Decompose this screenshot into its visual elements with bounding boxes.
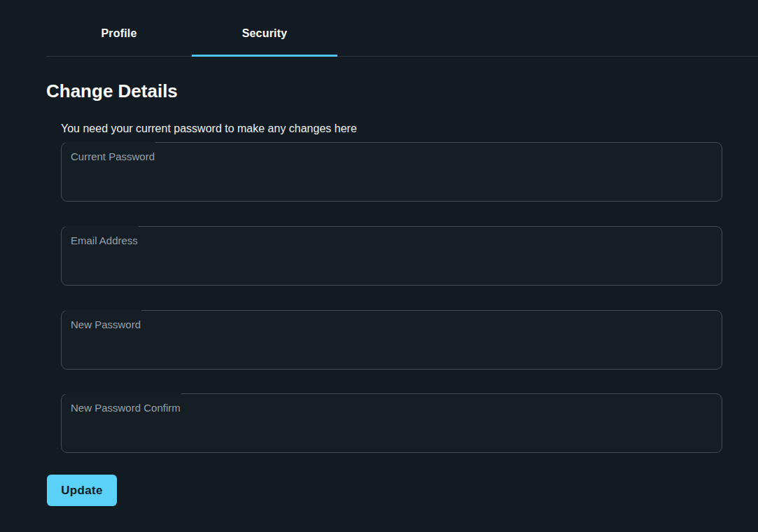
form-helper-text: You need your current password to make a… bbox=[61, 122, 357, 135]
current-password-field: Current Password Current Password bbox=[61, 141, 722, 202]
active-tab-indicator bbox=[192, 55, 337, 57]
tab-security[interactable]: Security bbox=[192, 0, 337, 57]
new-password-confirm-input[interactable] bbox=[62, 394, 722, 452]
new-password-confirm-field: New Password Confirm New Password Confir… bbox=[61, 393, 722, 453]
new-password-input[interactable] bbox=[62, 311, 722, 369]
email-address-input[interactable] bbox=[62, 227, 722, 285]
new-password-field: New Password New Password bbox=[61, 309, 722, 370]
tab-profile-label: Profile bbox=[101, 27, 136, 40]
tab-security-label: Security bbox=[242, 27, 288, 40]
update-button[interactable]: Update bbox=[47, 475, 117, 506]
page-title: Change Details bbox=[46, 80, 178, 102]
email-address-field: Email Address Email Address bbox=[61, 225, 722, 286]
current-password-input[interactable] bbox=[62, 143, 722, 201]
tab-profile[interactable]: Profile bbox=[46, 0, 192, 57]
tab-bar: Profile Security bbox=[46, 0, 758, 57]
